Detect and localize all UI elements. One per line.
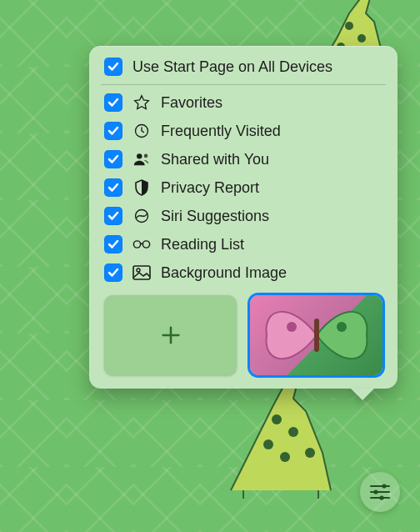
frequently-visited-row[interactable]: Frequently Visited: [89, 117, 398, 145]
background-image-label: Background Image: [161, 264, 382, 282]
svg-point-20: [287, 322, 297, 332]
reading-list-row[interactable]: Reading List: [89, 230, 398, 258]
svg-rect-22: [314, 319, 319, 352]
svg-point-14: [144, 154, 148, 158]
butterfly-icon: [258, 298, 375, 373]
svg-rect-18: [133, 266, 150, 279]
checkbox-reading-list[interactable]: [104, 235, 122, 253]
svg-point-10: [280, 452, 290, 462]
use-start-page-on-all-devices-row[interactable]: Use Start Page on All Devices: [89, 53, 398, 81]
background-giraffe-decoration: [227, 374, 360, 499]
svg-point-9: [305, 448, 315, 458]
divider: [101, 84, 386, 85]
checkmark-icon: [108, 97, 119, 108]
checkbox-privacy-report[interactable]: [104, 178, 122, 197]
background-image-row[interactable]: Background Image: [89, 258, 398, 287]
checkbox-siri-suggestions[interactable]: [104, 207, 122, 225]
svg-point-1: [358, 34, 366, 43]
siri-icon: [132, 207, 151, 225]
clock-icon: [132, 122, 151, 140]
checkbox-favorites[interactable]: [104, 93, 122, 112]
checkmark-icon: [108, 61, 119, 73]
checkmark-icon: [108, 210, 119, 222]
checkmark-icon: [108, 153, 119, 165]
checkmark-icon: [108, 267, 119, 279]
photo-icon: [132, 263, 151, 282]
siri-suggestions-row[interactable]: Siri Suggestions: [89, 202, 398, 230]
shield-icon: [132, 178, 151, 197]
checkbox-frequently-visited[interactable]: [104, 122, 122, 140]
svg-point-19: [137, 269, 140, 272]
selected-background-thumbnail[interactable]: [250, 295, 382, 375]
glasses-icon: [132, 235, 151, 253]
star-icon: [132, 93, 151, 112]
svg-point-17: [142, 241, 149, 248]
svg-point-27: [373, 489, 378, 494]
people-icon: [132, 150, 151, 168]
start-page-settings-button[interactable]: [360, 472, 400, 512]
svg-point-21: [337, 322, 347, 332]
svg-point-16: [133, 241, 140, 248]
checkmark-icon: [108, 238, 119, 250]
sliders-icon: [369, 483, 391, 501]
plus-icon: [159, 324, 182, 347]
svg-point-0: [345, 22, 353, 30]
reading-list-label: Reading List: [161, 236, 382, 253]
background-thumbnails: [89, 287, 398, 375]
checkbox-all-devices[interactable]: [104, 58, 122, 76]
checkbox-shared-with-you[interactable]: [104, 150, 122, 168]
checkmark-icon: [108, 125, 119, 137]
shared-with-you-label: Shared with You: [161, 151, 382, 168]
svg-point-26: [382, 484, 386, 488]
siri-suggestions-label: Siri Suggestions: [161, 208, 382, 225]
checkmark-icon: [108, 182, 119, 193]
favorites-label: Favorites: [161, 94, 382, 112]
svg-point-8: [288, 427, 298, 437]
start-page-settings-popover: Use Start Page on All Devices Favorites …: [89, 46, 398, 389]
favorites-row[interactable]: Favorites: [89, 88, 398, 117]
use-start-page-label: Use Start Page on All Devices: [132, 58, 382, 76]
shared-with-you-row[interactable]: Shared with You: [89, 145, 398, 173]
checkbox-background-image[interactable]: [104, 263, 122, 282]
add-background-thumbnail[interactable]: [104, 295, 237, 375]
svg-point-13: [137, 153, 142, 158]
svg-point-11: [263, 439, 273, 449]
svg-point-28: [379, 495, 383, 499]
svg-point-7: [272, 414, 282, 424]
frequently-visited-label: Frequently Visited: [161, 123, 382, 140]
privacy-report-label: Privacy Report: [161, 179, 382, 197]
privacy-report-row[interactable]: Privacy Report: [89, 173, 398, 202]
